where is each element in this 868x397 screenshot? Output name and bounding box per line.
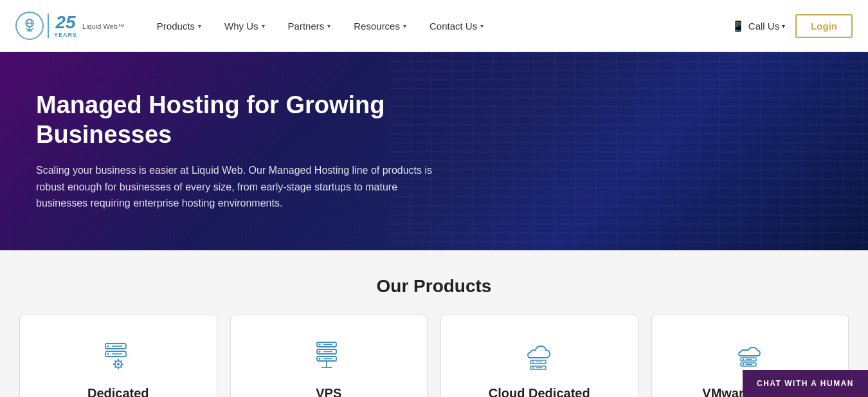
- products-section: Our Products: [0, 250, 868, 397]
- svg-line-18: [120, 367, 122, 368]
- main-nav: Products ▾ Why Us ▾ Partners ▾ Resources…: [145, 0, 732, 52]
- vmware-icon: [732, 338, 768, 374]
- logo-icon: [15, 12, 44, 40]
- logo-years-label: YEARS: [54, 32, 77, 38]
- nav-why-us[interactable]: Why Us ▾: [213, 0, 276, 52]
- product-card-cloud-dedicated[interactable]: Cloud Dedicated On Demand single-tenant …: [440, 315, 638, 397]
- cloud-dedicated-icon: [521, 338, 557, 374]
- svg-point-40: [743, 358, 744, 360]
- svg-point-26: [319, 358, 321, 360]
- hero-title: Managed Hosting for Growing Businesses: [36, 91, 473, 149]
- logo-area: 25 YEARS Liquid Web™: [15, 12, 125, 40]
- call-us-chevron-icon: ▾: [782, 23, 785, 30]
- products-chevron-icon: ▾: [198, 23, 201, 30]
- hero-section: Managed Hosting for Growing Businesses S…: [0, 52, 868, 250]
- hero-content: Managed Hosting for Growing Businesses S…: [36, 91, 473, 212]
- contact-chevron-icon: ▾: [480, 23, 484, 30]
- vps-name: VPS: [316, 386, 341, 397]
- hero-subtitle: Scaling your business is easier at Liqui…: [36, 162, 448, 212]
- products-section-title: Our Products: [19, 276, 849, 297]
- nav-contact-us[interactable]: Contact Us ▾: [418, 0, 495, 52]
- nav-partners[interactable]: Partners ▾: [276, 0, 343, 52]
- product-card-vps[interactable]: VPS High performance VPS with root: [230, 315, 428, 397]
- vps-icon: [311, 338, 347, 374]
- login-button[interactable]: Login: [795, 14, 853, 38]
- header-right: 📱 Call Us ▾ Login: [732, 14, 853, 38]
- nav-resources[interactable]: Resources ▾: [342, 0, 418, 52]
- call-us-button[interactable]: 📱 Call Us ▾: [732, 20, 785, 32]
- header: 25 YEARS Liquid Web™ Products ▾ Why Us ▾…: [0, 0, 868, 52]
- chat-with-human-button[interactable]: CHAT WITH A HUMAN: [743, 370, 868, 397]
- phone-icon: 📱: [732, 20, 745, 32]
- logo-25-years: 25: [55, 14, 75, 32]
- nav-products[interactable]: Products ▾: [145, 0, 213, 52]
- svg-line-19: [120, 360, 122, 362]
- svg-point-7: [107, 345, 109, 347]
- why-us-chevron-icon: ▾: [262, 23, 265, 30]
- svg-point-24: [319, 344, 321, 346]
- svg-point-12: [117, 363, 120, 365]
- svg-point-25: [319, 351, 321, 353]
- svg-point-8: [107, 353, 109, 355]
- partners-chevron-icon: ▾: [327, 23, 330, 30]
- svg-point-41: [743, 364, 744, 365]
- svg-line-17: [114, 360, 116, 362]
- dedicated-server-icon: [100, 338, 136, 374]
- resources-chevron-icon: ▾: [403, 23, 406, 30]
- dedicated-name: Dedicated: [87, 386, 149, 397]
- logo-brand-name: Liquid Web™: [82, 23, 125, 30]
- svg-point-35: [532, 367, 534, 368]
- products-grid: Dedicated Customizable single-tenant: [19, 315, 849, 397]
- cloud-dedicated-name: Cloud Dedicated: [489, 386, 590, 397]
- svg-point-34: [532, 361, 534, 362]
- logo-badge: 25 YEARS: [48, 14, 77, 38]
- svg-line-20: [114, 367, 116, 368]
- product-card-dedicated[interactable]: Dedicated Customizable single-tenant: [19, 315, 217, 397]
